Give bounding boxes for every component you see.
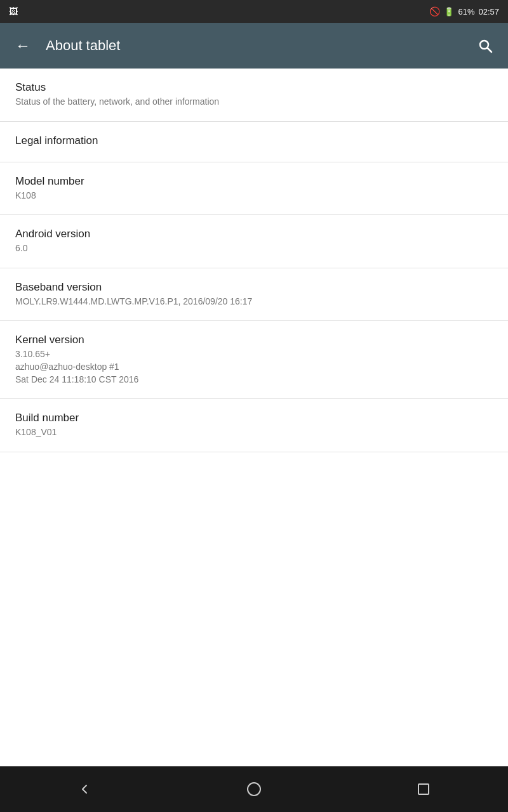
list-item-legal-information[interactable]: Legal information [0,122,508,162]
baseband-version-title: Baseband version [15,281,493,294]
status-subtitle: Status of the battery, network, and othe… [15,96,493,108]
kernel-version-title: Kernel version [15,334,493,346]
content-area: StatusStatus of the battery, network, an… [0,69,508,766]
status-title: Status [15,81,493,94]
list-item-status[interactable]: StatusStatus of the battery, network, an… [0,69,508,122]
search-button[interactable] [472,33,498,58]
search-icon [478,38,493,53]
nav-home-icon [247,782,261,796]
status-bar: 🖼 🚫 🔋 61% 02:57 [0,0,508,23]
model-number-subtitle: K108 [15,190,493,202]
list-item-build-number[interactable]: Build numberK108_V01 [0,399,508,452]
status-bar-left: 🖼 [9,6,429,16]
back-button[interactable]: ← [10,33,36,58]
battery-level: 61% [458,7,474,16]
page-title: About tablet [46,37,472,54]
nav-recent-icon [418,783,429,795]
list-item-android-version[interactable]: Android version6.0 [0,215,508,268]
sim-icon: 🚫 [429,6,440,16]
battery-icon: 🔋 [444,7,454,16]
list-item-model-number[interactable]: Model numberK108 [0,162,508,216]
svg-line-1 [488,48,492,53]
legal-information-title: Legal information [15,134,493,147]
nav-back-icon [77,782,92,797]
list-item-kernel-version[interactable]: Kernel version3.10.65+ azhuo@azhuo-deskt… [0,321,508,399]
model-number-title: Model number [15,175,493,188]
build-number-subtitle: K108_V01 [15,426,493,439]
clock: 02:57 [478,7,499,16]
nav-bar [0,766,508,812]
status-bar-right: 🚫 🔋 61% 02:57 [429,6,499,16]
nav-back-button[interactable] [65,770,104,808]
android-version-subtitle: 6.0 [15,242,493,255]
list-item-baseband-version[interactable]: Baseband versionMOLY.LR9.W1444.MD.LWTG.M… [0,268,508,322]
android-version-title: Android version [15,228,493,240]
kernel-version-subtitle: 3.10.65+ azhuo@azhuo-desktop #1 Sat Dec … [15,348,493,386]
nav-recent-button[interactable] [404,770,443,808]
build-number-title: Build number [15,412,493,424]
nav-home-button[interactable] [235,770,273,808]
app-bar: ← About tablet [0,23,508,69]
baseband-version-subtitle: MOLY.LR9.W1444.MD.LWTG.MP.V16.P1, 2016/0… [15,296,493,308]
